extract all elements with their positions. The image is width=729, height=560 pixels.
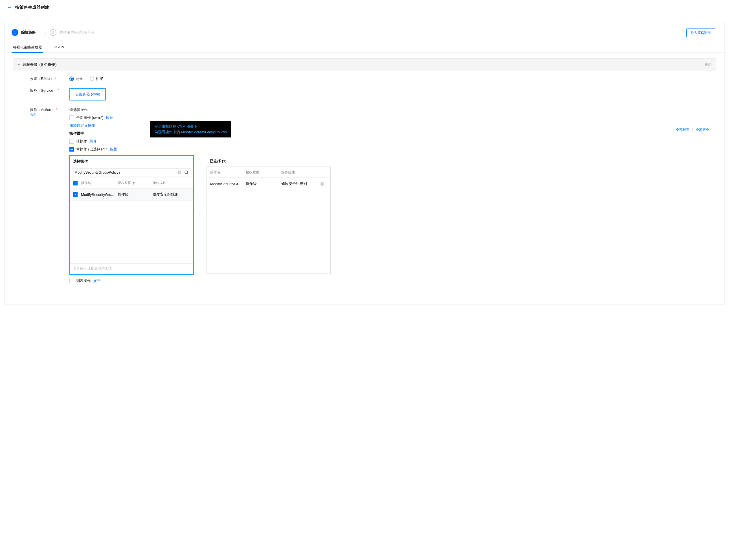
- search-icon[interactable]: [184, 170, 189, 175]
- step-2[interactable]: 2 关联用户/用户组/角色: [50, 29, 94, 36]
- section-title: 云服务器（0 个操作）: [23, 62, 59, 67]
- caret-down-icon: ▼: [17, 63, 20, 66]
- read-operations-label: 读操作: [76, 139, 87, 144]
- tab-json[interactable]: JSON: [53, 43, 65, 53]
- write-operations-row: 写操作 (已选择1个) 折叠: [69, 147, 712, 152]
- svg-line-2: [187, 173, 188, 174]
- list-operations-label: 列表操作: [76, 278, 91, 283]
- section-body: 效果（Effect）* 允许 拒绝 服务（Service）*: [13, 71, 716, 299]
- step-2-number: 2: [50, 29, 56, 36]
- all-operations-row: 全部操作 (cvm:*) 展开: [69, 115, 712, 120]
- read-operations-checkbox[interactable]: [69, 139, 74, 144]
- collapse-all-link[interactable]: 全部折叠: [696, 128, 709, 132]
- policy-section: ▼ 云服务器（0 个操作） 删除 效果（Effect）* 允许 拒绝: [13, 58, 716, 299]
- row-operation-name: ModifySecurityGro...: [81, 193, 118, 197]
- selected-col-header-desc: 操作描述: [281, 170, 320, 175]
- chevron-right-icon: ›: [45, 30, 46, 35]
- row-checkbox[interactable]: ✓: [73, 192, 78, 197]
- effect-allow-label: 允许: [76, 76, 83, 81]
- selected-operations-panel: 操作名 授权粒度 操作描述 ModifySecurityGr... 操作级 修改…: [207, 167, 331, 274]
- effect-row: 效果（Effect）* 允许 拒绝: [30, 76, 712, 81]
- all-operations-expand[interactable]: 展开: [106, 115, 113, 120]
- select-all-checkbox[interactable]: ✓: [73, 181, 78, 185]
- service-label: 服务（Service）*: [30, 88, 69, 93]
- expand-collapse-all: 全部展开 | 全部折叠: [676, 128, 709, 132]
- import-policy-syntax-button[interactable]: 导入策略语法: [686, 29, 715, 37]
- col-header-desc: 操作描述: [153, 181, 190, 185]
- effect-allow-radio[interactable]: 允许: [69, 76, 83, 81]
- service-row: 服务（Service）* 云服务器 (cvm): [30, 88, 712, 100]
- radio-unchecked-icon: [90, 76, 94, 81]
- step-1-label: 编辑策略: [21, 30, 36, 35]
- tab-visual-policy-generator[interactable]: 可视化策略生成器: [12, 43, 43, 53]
- list-operations-row: 列表操作 展开: [69, 278, 712, 283]
- selected-row-grain: 操作级: [246, 181, 281, 186]
- effect-label: 效果（Effect）*: [30, 76, 69, 81]
- col-header-grain[interactable]: 授权粒度: [118, 181, 153, 185]
- svg-point-1: [185, 171, 188, 174]
- row-operation-grain: 操作级: [118, 192, 153, 197]
- action-label: 操作（Action）* 收起: [30, 107, 69, 117]
- transfer-arrows-icon: ↔: [198, 213, 202, 217]
- operation-search-input[interactable]: [72, 168, 191, 176]
- available-panel-footer: 支持按住 shift 键进行多选: [70, 263, 193, 274]
- list-operations-expand[interactable]: 展开: [93, 278, 100, 283]
- selected-panel-title: 已选择 (1): [207, 156, 331, 167]
- delete-section-button[interactable]: 删除: [705, 62, 712, 67]
- add-custom-operation-link[interactable]: 添加自定义操作: [69, 123, 95, 128]
- search-row: [70, 167, 193, 178]
- section-header[interactable]: ▼ 云服务器（0 个操作） 删除: [13, 59, 716, 71]
- selected-col-header-grain: 授权粒度: [246, 170, 281, 175]
- filter-icon[interactable]: [132, 182, 135, 185]
- selected-operations-column: 已选择 (1) 操作名 授权粒度 操作描述 ModifySecurityGr..…: [207, 156, 331, 274]
- action-select-hint: 请选择操作: [69, 107, 712, 112]
- table-row: ModifySecurityGr... 操作级 修改安全组规则: [207, 178, 331, 190]
- step-2-label: 关联用户/用户组/角色: [59, 30, 94, 35]
- action-collapse-link[interactable]: 收起: [30, 113, 37, 117]
- step-1-number: 1: [12, 29, 18, 36]
- write-operations-checkbox[interactable]: [69, 147, 74, 152]
- steps-row: 1 编辑策略 › 2 关联用户/用户组/角色 导入策略语法: [5, 22, 724, 36]
- row-operation-desc: 修改安全组规则: [153, 192, 190, 197]
- step-1[interactable]: 1 编辑策略: [12, 29, 36, 36]
- main-card: 1 编辑策略 › 2 关联用户/用户组/角色 导入策略语法 可视化策略生成器 J…: [5, 22, 724, 305]
- read-operations-row: 读操作 展开: [69, 139, 712, 144]
- remove-selected-icon[interactable]: [320, 182, 327, 186]
- col-header-name: 操作名: [81, 181, 118, 185]
- all-operations-checkbox[interactable]: [69, 115, 74, 120]
- action-row: 操作（Action）* 收起 请选择操作 全部操作 (cvm:*) 展开 添加自…: [30, 107, 712, 286]
- page-title: 按策略生成器创建: [15, 5, 49, 10]
- list-operations-checkbox[interactable]: [69, 279, 74, 283]
- clear-search-icon[interactable]: [177, 170, 181, 174]
- transfer-container: 选择操作: [69, 156, 712, 274]
- available-table-body: ✓ ModifySecurityGro... 操作级 修改安全组规则: [70, 189, 193, 263]
- available-panel-title: 选择操作: [70, 156, 193, 167]
- table-row[interactable]: ✓ ModifySecurityGro... 操作级 修改安全组规则: [70, 189, 193, 201]
- effect-deny-label: 拒绝: [96, 76, 103, 81]
- write-operations-collapse[interactable]: 折叠: [110, 147, 117, 152]
- selected-table-header: 操作名 授权粒度 操作描述: [207, 167, 331, 178]
- service-selector[interactable]: 云服务器 (cvm): [69, 88, 106, 100]
- read-operations-expand[interactable]: 展开: [89, 139, 97, 144]
- available-table-header: ✓ 操作名 授权粒度 操作描述: [70, 178, 193, 189]
- page-header: ← 按策略生成器创建: [0, 0, 729, 15]
- selected-col-header-name: 操作名: [210, 170, 246, 175]
- radio-checked-icon: [69, 76, 74, 81]
- available-operations-panel: 选择操作: [69, 156, 194, 274]
- expand-all-link[interactable]: 全部展开: [676, 128, 689, 132]
- write-operations-label: 写操作 (已选择1个): [76, 147, 108, 152]
- back-arrow-icon[interactable]: ←: [7, 5, 12, 10]
- tooltip-annotation: 安全组权限在 CVM 服务下 勾选写操作中的 ModifySecurityGro…: [150, 121, 231, 137]
- effect-deny-radio[interactable]: 拒绝: [90, 76, 103, 81]
- tabs: 可视化策略生成器 JSON: [5, 43, 724, 53]
- all-operations-label: 全部操作 (cvm:*): [76, 115, 104, 120]
- selected-row-desc: 修改安全组规则: [281, 181, 320, 186]
- selected-row-name: ModifySecurityGr...: [210, 182, 246, 186]
